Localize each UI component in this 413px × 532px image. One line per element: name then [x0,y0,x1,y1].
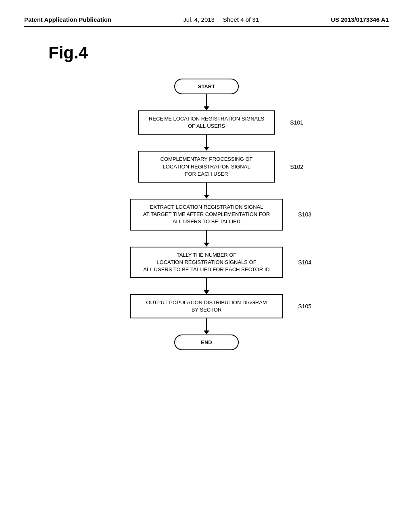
step-s104-label: S104 [298,259,311,266]
step-s104-node: TALLY THE NUMBER OFLOCATION REGISTRATION… [130,247,283,278]
step-s101-node: RECEIVE LOCATION REGISTRATION SIGNALSOF … [138,110,275,135]
connector-6 [204,318,209,335]
step-s101-box: RECEIVE LOCATION REGISTRATION SIGNALSOF … [138,110,275,135]
flowchart: START RECEIVE LOCATION REGISTRATION SIGN… [24,79,389,350]
step-s103-node: EXTRACT LOCATION REGISTRATION SIGNALAT T… [130,199,283,231]
step-s101-label: S101 [290,119,303,126]
end-node: END [174,335,239,350]
connector-2 [204,135,209,151]
step-s104-box: TALLY THE NUMBER OFLOCATION REGISTRATION… [130,247,283,278]
start-shape: START [174,79,239,94]
patent-number: US 2013/0173346 A1 [331,16,389,23]
step-s105-label: S105 [298,303,311,310]
step-s105-box: OUTPUT POPULATION DISTRIBUTION DIAGRAMBY… [130,294,283,318]
connector-4 [204,231,209,247]
connector-1 [204,94,209,110]
step-s103-label: S103 [298,211,311,218]
figure-label: Fig.4 [48,43,389,62]
start-node: START [174,79,239,94]
step-s105-node: OUTPUT POPULATION DISTRIBUTION DIAGRAMBY… [130,294,283,318]
sheet-info: Sheet 4 of 31 [223,16,259,23]
step-s103-box: EXTRACT LOCATION REGISTRATION SIGNALAT T… [130,199,283,231]
page: Patent Application Publication Jul. 4, 2… [0,0,413,532]
step-s102-box: COMPLEMENTARY PROCESSING OFLOCATION REGI… [138,151,275,183]
page-header: Patent Application Publication Jul. 4, 2… [24,16,389,27]
end-shape: END [174,335,239,350]
connector-5 [204,278,209,294]
connector-3 [204,183,209,199]
publication-label: Patent Application Publication [24,16,111,23]
header-date-sheet: Jul. 4, 2013 Sheet 4 of 31 [183,16,259,23]
step-s102-node: COMPLEMENTARY PROCESSING OFLOCATION REGI… [138,151,275,183]
publication-date: Jul. 4, 2013 [183,16,215,23]
step-s102-label: S102 [290,164,303,170]
